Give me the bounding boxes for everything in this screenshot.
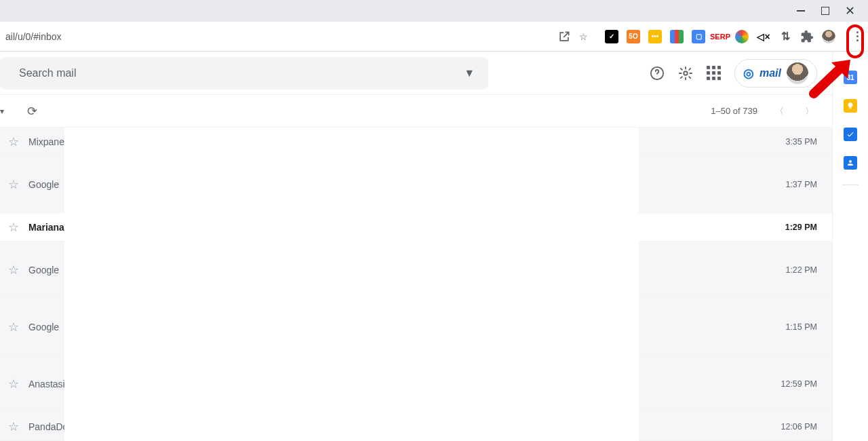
email-row[interactable]: ☆Marianape everything is well, …1:29 PM	[0, 213, 832, 242]
extension-bars-icon[interactable]	[670, 30, 684, 43]
extension-arrows-icon[interactable]: ⇅	[778, 30, 792, 43]
pagination-next-button[interactable]: 〉	[801, 103, 817, 119]
star-icon[interactable]: ☆	[8, 263, 22, 277]
address-bar[interactable]: ail/u/0/#inbox ☆	[0, 26, 595, 47]
google-apps-icon[interactable]	[706, 65, 722, 81]
email-list: ☆Mixpanelansaction ID 177732…3:35 PM☆Goo…	[0, 128, 832, 441]
star-icon[interactable]: ☆	[8, 419, 22, 434]
sidepanel-keep-icon[interactable]	[844, 99, 857, 113]
email-list-wrap: ☆Mixpanelansaction ID 177732…3:35 PM☆Goo…	[0, 128, 832, 441]
pagination-range: 1–50 of 739	[711, 106, 757, 116]
chevron-down-icon: ▾	[0, 107, 4, 116]
browser-toolbar: ail/u/0/#inbox ☆ ✓ 5O ••• ▢ SERP ◁× ⇅	[0, 22, 868, 52]
email-time: 12:06 PM	[770, 422, 817, 432]
mail-toolbar: ▾ ⟳ 1–50 of 739 〈 〉	[0, 95, 832, 128]
sidepanel-add-button[interactable]: ＋	[844, 200, 857, 214]
email-preview: /docs.google.com/d…	[164, 379, 770, 389]
email-preview: llowing document [F…	[164, 179, 770, 190]
extension-serp-icon[interactable]: SERP	[713, 30, 727, 43]
extension-yellow-icon[interactable]: •••	[648, 30, 662, 43]
window-minimize-button[interactable]	[796, 6, 806, 16]
email-sender: Google	[28, 322, 164, 332]
extension-mute-icon[interactable]: ◁×	[757, 30, 770, 43]
email-preview: s les participants - Le …	[164, 421, 770, 432]
toolbar-left: ▾ ⟳	[0, 104, 37, 119]
search-placeholder: Search mail	[0, 67, 464, 79]
email-row[interactable]: ☆Anastasia/docs.google.com/d…12:59 PM	[0, 356, 832, 413]
email-time: 1:37 PM	[770, 180, 817, 189]
account-avatar[interactable]	[787, 62, 808, 84]
brand-at-icon: ◎	[743, 66, 754, 81]
address-bar-text: ail/u/0/#inbox	[5, 31, 552, 42]
side-panel: 31 ＋	[833, 52, 868, 441]
window-close-button[interactable]: ✕	[845, 6, 854, 16]
extensions-menu-icon[interactable]	[800, 30, 814, 43]
extension-stackoverflow-icon[interactable]: 5O	[627, 30, 640, 43]
star-icon[interactable]: ☆	[8, 220, 22, 235]
chrome-menu-button[interactable]	[850, 30, 864, 43]
email-time: 1:15 PM	[770, 322, 817, 332]
email-row[interactable]: ☆Mixpanelansaction ID 177732…3:35 PM	[0, 128, 832, 156]
settings-gear-icon[interactable]	[677, 65, 694, 81]
svg-point-2	[684, 71, 688, 75]
email-time: 1:22 PM	[770, 265, 817, 275]
email-row[interactable]: ☆Googleg document [FR] Ho…1:22 PM	[0, 242, 832, 299]
select-all-checkbox[interactable]: ▾	[0, 107, 4, 116]
email-preview: pe everything is well, …	[164, 222, 770, 233]
pagination-prev-button[interactable]: 〈	[771, 103, 787, 119]
sidepanel-divider	[842, 185, 859, 185]
star-icon[interactable]: ☆	[8, 177, 22, 192]
open-in-new-icon[interactable]	[557, 30, 571, 43]
email-time: 1:29 PM	[770, 223, 817, 232]
email-preview: ansaction ID 177732…	[164, 136, 770, 147]
sidepanel-tasks-icon[interactable]	[844, 128, 857, 141]
toolbar-right: 1–50 of 739 〈 〉	[711, 103, 817, 119]
email-sender: Google	[28, 179, 164, 190]
sidepanel-calendar-icon[interactable]: 31	[844, 71, 857, 84]
account-brand-pill[interactable]: ◎ mail	[734, 59, 817, 88]
sidepanel-contacts-icon[interactable]	[844, 156, 857, 170]
email-row[interactable]: ☆Googleing document [FR] H…1:15 PM	[0, 299, 832, 356]
extension-hub-icon[interactable]	[735, 30, 749, 43]
email-sender: Google	[28, 265, 164, 275]
email-sender: PandaDoc	[28, 421, 164, 432]
brand-text: mail	[760, 67, 781, 79]
extension-blue-icon[interactable]: ▢	[692, 30, 705, 43]
gmail-header: Search mail ▼ ◎ mail	[0, 52, 832, 95]
svg-point-1	[657, 76, 658, 77]
window-title-bar: ✕	[0, 0, 868, 22]
email-time: 3:35 PM	[770, 137, 817, 147]
email-time: 12:59 PM	[770, 379, 817, 389]
extension-checkbox-icon[interactable]: ✓	[605, 30, 618, 43]
gmail-app: Search mail ▼ ◎ mail	[0, 52, 868, 441]
bookmark-star-icon[interactable]: ☆	[576, 30, 590, 43]
gmail-header-icons: ◎ mail	[649, 59, 817, 88]
dots-icon	[856, 31, 859, 33]
email-row[interactable]: ☆PandaDocs les participants - Le …12:06 …	[0, 413, 832, 441]
star-icon[interactable]: ☆	[8, 134, 22, 149]
refresh-button[interactable]: ⟳	[27, 104, 37, 119]
email-preview: ing document [FR] H…	[164, 322, 770, 332]
star-icon[interactable]: ☆	[8, 320, 22, 334]
search-mail-box[interactable]: Search mail ▼	[0, 57, 488, 90]
email-sender: Mariana	[28, 222, 164, 233]
browser-profile-avatar[interactable]	[822, 30, 835, 43]
email-sender: Mixpanel	[28, 136, 164, 147]
email-sender: Anastasia	[28, 379, 164, 389]
star-icon[interactable]: ☆	[8, 377, 22, 391]
window-maximize-button[interactable]	[821, 6, 830, 16]
email-row[interactable]: ☆Googlellowing document [F…1:37 PM	[0, 156, 832, 213]
extensions-strip: ✓ 5O ••• ▢ SERP ◁× ⇅	[595, 30, 864, 43]
help-icon[interactable]	[649, 65, 665, 81]
gmail-main-pane: Search mail ▼ ◎ mail	[0, 52, 833, 441]
email-preview: g document [FR] Ho…	[164, 265, 770, 275]
search-options-caret-icon[interactable]: ▼	[464, 67, 475, 79]
